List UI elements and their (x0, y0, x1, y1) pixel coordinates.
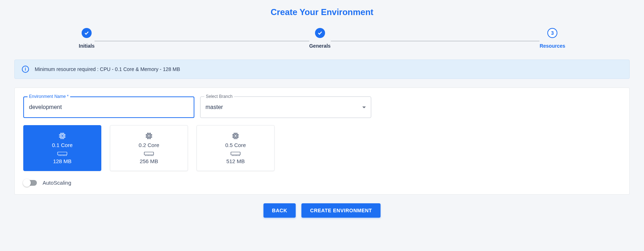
environment-name-field: Environment Name * (23, 96, 194, 118)
environment-name-label: Environment Name * (28, 94, 70, 99)
svg-rect-43 (234, 135, 237, 137)
footer-actions: Back Create Environment (14, 203, 630, 218)
svg-rect-35 (144, 152, 154, 155)
check-icon (82, 28, 92, 38)
page-title: Create Your Environment (14, 7, 630, 17)
info-text: Minimum resource required : CPU - 0.1 Co… (35, 66, 180, 72)
info-banner: i Minimum resource required : CPU - 0.1 … (14, 60, 630, 79)
memory-icon (231, 152, 241, 156)
step-resources[interactable]: 3 Resources (539, 28, 565, 49)
resource-card-2[interactable]: 0.2 Core 256 MB (110, 125, 188, 171)
step-connector (95, 41, 309, 41)
svg-rect-14 (58, 152, 67, 155)
svg-rect-0 (60, 134, 64, 138)
svg-rect-21 (147, 134, 151, 138)
step-number: 3 (547, 28, 557, 38)
svg-rect-56 (231, 152, 240, 155)
branch-value: master (205, 104, 223, 110)
memory-value: 256 MB (140, 158, 158, 164)
resource-card-3[interactable]: 0.5 Core 512 MB (197, 125, 275, 171)
step-label: Resources (539, 43, 565, 49)
memory-value: 512 MB (226, 158, 245, 164)
resources-panel: Environment Name * Select Branch master … (14, 87, 630, 195)
branch-field: Select Branch master (200, 96, 371, 118)
step-label: Generals (309, 43, 331, 49)
back-button[interactable]: Back (263, 203, 296, 218)
cpu-icon (232, 132, 239, 140)
step-initials[interactable]: Initials (79, 28, 95, 49)
autoscaling-label: AutoScaling (43, 180, 71, 186)
check-icon (315, 28, 325, 38)
autoscaling-toggle[interactable] (23, 180, 37, 186)
svg-rect-22 (148, 135, 150, 137)
cpu-value: 0.2 Core (139, 142, 159, 148)
cpu-value: 0.1 Core (52, 142, 73, 148)
stepper: Initials Generals 3 Resources (79, 28, 565, 49)
step-label: Initials (79, 43, 95, 49)
toggle-knob (23, 179, 31, 187)
info-icon: i (22, 66, 29, 73)
memory-icon (57, 152, 67, 156)
cpu-value: 0.5 Core (225, 142, 246, 148)
branch-select[interactable]: master (200, 96, 371, 118)
step-connector (331, 41, 540, 41)
cpu-icon (58, 132, 66, 140)
resource-cards: 0.1 Core 128 MB 0.2 Core 256 MB 0.5 Core… (23, 125, 621, 171)
environment-name-input[interactable] (23, 96, 194, 118)
svg-rect-42 (234, 134, 238, 138)
cpu-icon (145, 132, 153, 140)
memory-value: 128 MB (53, 158, 72, 164)
step-generals[interactable]: Generals (309, 28, 331, 49)
branch-label: Select Branch (204, 94, 234, 99)
chevron-down-icon (362, 106, 366, 108)
resource-card-1[interactable]: 0.1 Core 128 MB (23, 125, 101, 171)
create-environment-button[interactable]: Create Environment (301, 203, 381, 218)
memory-icon (144, 152, 154, 156)
svg-rect-1 (61, 135, 63, 137)
